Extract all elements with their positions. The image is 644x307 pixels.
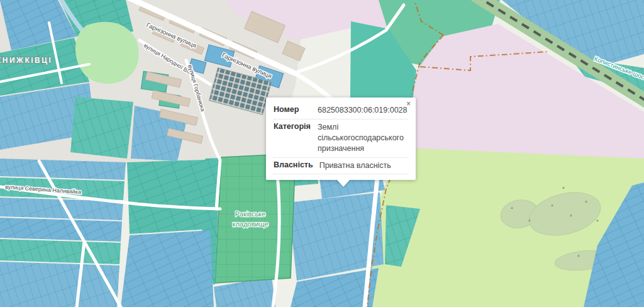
park-area <box>75 22 139 84</box>
cemetery-label-line1: Раківське <box>235 210 265 218</box>
popup-row-ownership: Власність Приватна власність <box>274 158 408 175</box>
close-icon[interactable]: × <box>404 98 413 109</box>
parcel-info-popup: × Номер 6825083300:06:019:0028 Категорія… <box>266 98 416 180</box>
popup-value: 6825083300:06:019:0028 <box>318 105 408 116</box>
popup-label: Категорія <box>274 122 311 154</box>
popup-value: Приватна власність <box>319 160 408 171</box>
cemetery-label-line2: кладовище <box>232 220 268 228</box>
place-label: КНИЖКІВЦІ <box>0 56 52 65</box>
popup-value: Землі сільськогосподарського призначення <box>318 122 408 154</box>
popup-row-category: Категорія Землі сільськогосподарського п… <box>274 120 408 158</box>
popup-row-number: Номер 6825083300:06:019:0028 <box>274 103 408 120</box>
cadastral-map-screen: КНИЖКІВЦІ Гарнізонна вулиця Гарнізонна в… <box>0 0 644 307</box>
popup-label: Номер <box>274 105 311 116</box>
popup-label: Власність <box>274 160 313 171</box>
popup-tail <box>336 179 350 187</box>
